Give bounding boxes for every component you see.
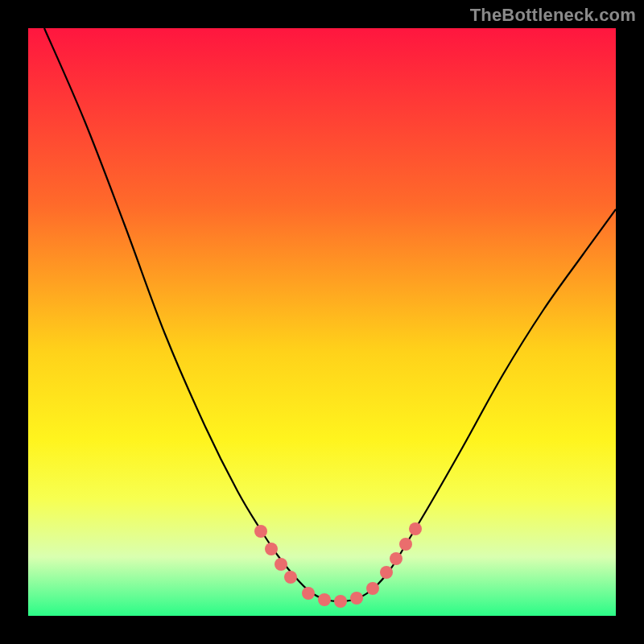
marker-dot xyxy=(399,538,412,551)
watermark-text: TheBottleneck.com xyxy=(470,5,636,26)
marker-dot xyxy=(380,566,393,579)
marker-dot xyxy=(350,592,363,605)
chart-frame: TheBottleneck.com xyxy=(0,0,644,644)
curve-svg xyxy=(28,28,616,616)
marker-dot xyxy=(284,571,297,584)
plot-area xyxy=(28,28,616,616)
marker-dot xyxy=(366,582,379,595)
marker-dot xyxy=(390,552,402,565)
highlight-markers xyxy=(254,522,422,608)
marker-dot xyxy=(409,522,422,535)
marker-dot xyxy=(302,587,315,600)
marker-dot xyxy=(318,593,331,606)
marker-dot xyxy=(254,525,267,538)
marker-dot xyxy=(265,543,278,555)
bottleneck-curve xyxy=(44,28,616,601)
marker-dot xyxy=(334,595,347,608)
marker-dot xyxy=(275,558,287,571)
